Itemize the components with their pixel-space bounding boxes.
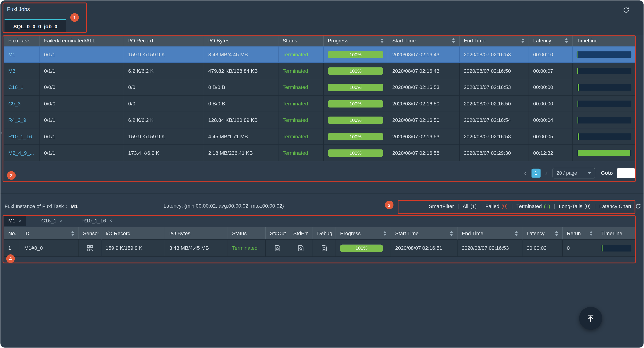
tab-m1[interactable]: M1 × [4,215,26,226]
tab-r10-1-16[interactable]: R10_1_16 × [78,215,117,226]
column-header-failed-terminated-all: Failed/Terminated/ALL [40,35,124,47]
task-row[interactable]: C9_3 0/0/0 0/0 0 B/0 B Terminated 100% 2… [4,96,636,112]
task-link[interactable]: R4_3_9 [8,117,26,123]
task-row[interactable]: M3 0/1/1 6.2 K/6.2 K 479.82 KB/128.84 KB… [4,63,636,79]
column-header-progress[interactable]: Progress [336,227,391,240]
cell-start-time: 2020/08/07 02:16:50 [388,112,460,129]
column-header-progress[interactable]: Progress [324,35,388,47]
column-header-start-time[interactable]: Start Time [388,35,460,47]
progress-bar: 100% [328,149,383,157]
sort-icon[interactable] [555,231,558,236]
page-number-button[interactable]: 1 [531,169,540,178]
status-text: Terminated [282,134,308,139]
stdout-log-icon[interactable] [266,240,289,257]
sort-icon[interactable] [565,38,568,43]
progress-bar: 100% [328,133,383,140]
task-row[interactable]: C16_1 0/0/0 0/0 0 B/0 B Terminated 100% … [4,79,636,96]
status-text: Terminated [232,245,258,251]
sensor-icon[interactable] [79,240,102,257]
column-header-latency[interactable]: Latency [529,35,573,47]
close-icon[interactable]: × [19,217,22,223]
next-page-button[interactable]: › [544,170,548,176]
timeline-bar [601,245,631,251]
task-link[interactable]: M2_4_9_... [8,150,34,156]
stderr-log-icon[interactable] [289,240,313,257]
cell-failed-terminated-all: 0/1/1 [40,128,124,145]
sort-icon[interactable] [450,231,453,236]
fuxi-task-table: Fuxi Task Failed/Terminated/ALL I/O Reco… [4,35,636,161]
progress-label: 100% [328,133,383,140]
sort-icon[interactable] [452,38,455,43]
progress-bar: 100% [328,67,383,75]
cell-io-bytes: 3.43 MB/4.45 MB [204,46,278,63]
filter-terminated[interactable]: Terminated (1) [516,203,550,209]
refresh-icon[interactable] [622,6,630,14]
latency-chart-link[interactable]: Latency Chart [600,203,632,209]
job-tab[interactable]: SQL_0_0_0_job_0 [5,19,66,33]
column-header-end-time[interactable]: End Time [458,227,522,240]
close-icon[interactable]: × [60,217,62,223]
cell-io-bytes: 4.45 MB/1.71 MB [204,128,278,145]
task-row[interactable]: M1 0/1/1 159.9 K/159.9 K 3.43 MB/4.45 MB… [4,46,636,63]
debug-log-icon[interactable] [313,240,336,257]
close-icon[interactable]: × [109,217,112,223]
progress-label: 100% [328,116,383,124]
progress-bar: 100% [328,51,383,58]
smart-filter-link[interactable]: SmartFilter [429,203,454,209]
tab-c16-1[interactable]: C16_1 × [37,215,67,226]
instance-row[interactable]: 1 M1#0_0 159.9 K/159.9 K 3.43 MB/4.45 MB… [4,240,636,257]
column-header-stdout: StdOut [266,227,289,240]
sort-icon[interactable] [515,231,518,236]
sort-icon[interactable] [521,38,524,43]
sort-icon[interactable] [71,231,74,236]
task-link[interactable]: R10_1_16 [8,134,32,139]
task-link[interactable]: M3 [8,68,16,74]
cell-start-time: 2020/08/07 02:16:50 [388,96,460,112]
status-text: Terminated [282,117,308,123]
cell-io-record: 159.9 K/159.9 K [102,240,165,257]
task-link[interactable]: C16_1 [8,84,24,90]
back-to-top-button[interactable] [579,307,602,330]
refresh-icon[interactable] [635,203,641,209]
cell-io-record: 6.2 K/6.2 K [124,63,204,79]
top-bar: Fuxi Jobs SQL_0_0_0_job_0 [0,0,644,35]
cell-io-record: 159.9 K/159.9 K [124,128,204,145]
cell-io-bytes: 2.18 MB/236.41 KB [204,145,278,161]
status-text: Terminated [282,84,308,90]
page-size-select[interactable]: 20 / page [552,168,595,178]
task-row[interactable]: R4_3_9 0/1/1 6.2 K/6.2 K 128.84 KB/120.8… [4,112,636,129]
filter-all[interactable]: All (1) [462,203,477,209]
cell-end-time: 2020/08/07 02:16:54 [460,112,529,129]
column-header-start-time[interactable]: Start Time [391,227,458,240]
column-header-rerun[interactable]: Rerun [563,227,597,240]
cell-io-bytes: 0 B/0 B [204,96,278,112]
sort-icon[interactable] [380,38,384,43]
prev-page-button[interactable]: ‹ [523,170,527,176]
filter-long-tails[interactable]: Long-Tails (0) [559,203,591,209]
progress-label: 100% [328,51,383,58]
cell-start-time: 2020/08/07 02:16:53 [388,128,460,145]
cell-latency: 00:00:00 [529,96,573,112]
cell-failed-terminated-all: 0/1/1 [40,145,124,161]
column-header-id[interactable]: ID [20,227,79,240]
column-header-no: No. [4,227,20,240]
filter-failed[interactable]: Failed (0) [485,203,508,209]
task-row[interactable]: M2_4_9_... 0/1/1 173.4 K/6.2 K 2.18 MB/2… [4,145,636,161]
goto-page-input[interactable] [617,168,635,178]
cell-io-bytes: 0 B/0 B [204,79,278,96]
collapse-panel-icon[interactable]: ‹ [1,129,3,136]
progress-bar: 100% [340,244,383,252]
progress-label: 100% [328,149,383,157]
sort-icon[interactable] [383,231,386,236]
cell-io-record: 173.4 K/6.2 K [124,145,204,161]
chevron-down-icon [588,172,591,174]
column-header-latency[interactable]: Latency [522,227,562,240]
cell-end-time: 2020/08/07 02:16:53 [460,79,529,96]
task-link[interactable]: C9_3 [8,101,21,107]
column-header-end-time[interactable]: End Time [460,35,529,47]
task-link[interactable]: M1 [8,51,16,57]
sort-icon[interactable] [590,231,593,236]
status-text: Terminated [282,150,308,156]
task-row[interactable]: R10_1_16 0/1/1 159.9 K/159.9 K 4.45 MB/1… [4,128,636,145]
cell-io-record: 0/0 [124,79,204,96]
